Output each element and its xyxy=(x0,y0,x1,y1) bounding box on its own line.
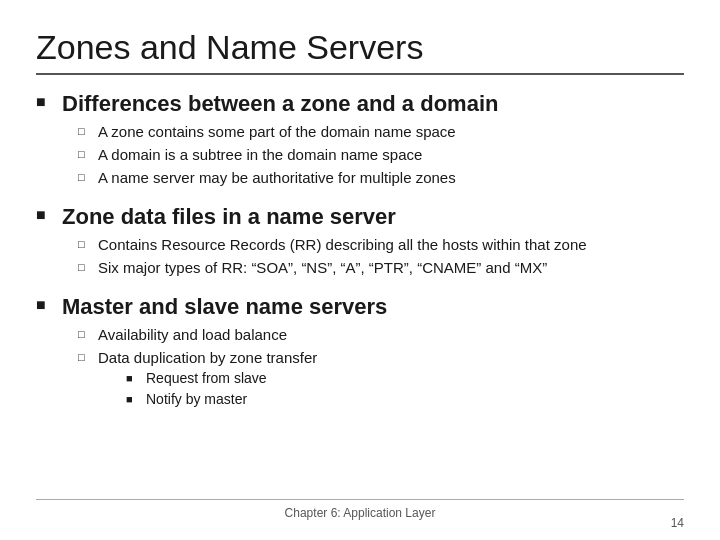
main-bullet-icon-2: ■ xyxy=(36,206,52,224)
sub-sub-bullet-text-3-2-1: Request from slave xyxy=(146,369,267,389)
footer-page-number: 14 xyxy=(671,516,684,530)
sub-bullet-1-3: □ A name server may be authoritative for… xyxy=(78,167,684,188)
slide: Zones and Name Servers ■ Differences bet… xyxy=(0,0,720,540)
sub-bullet-icon-1-1: □ xyxy=(78,125,90,137)
sub-sub-bullet-3-2-1: ■ Request from slave xyxy=(126,369,317,389)
sub-bullet-icon-3-2: □ xyxy=(78,351,90,363)
main-bullet-1: ■ Differences between a zone and a domai… xyxy=(36,91,684,117)
main-bullet-icon-3: ■ xyxy=(36,296,52,314)
section-3: ■ Master and slave name servers □ Availa… xyxy=(36,294,684,412)
sub-bullet-icon-2-2: □ xyxy=(78,261,90,273)
sub-bullet-3-1: □ Availability and load balance xyxy=(78,324,684,345)
slide-footer: Chapter 6: Application Layer xyxy=(36,499,684,520)
sub-bullet-text-2-2: Six major types of RR: “SOA”, “NS”, “A”,… xyxy=(98,257,547,278)
sub-bullet-icon-1-3: □ xyxy=(78,171,90,183)
sub-bullet-text-1-2: A domain is a subtree in the domain name… xyxy=(98,144,422,165)
sub-bullet-icon-1-2: □ xyxy=(78,148,90,160)
sub-sub-bullets-3-2: ■ Request from slave ■ Notify by master xyxy=(98,369,317,410)
slide-content: ■ Differences between a zone and a domai… xyxy=(36,91,684,491)
sub-bullet-1-2: □ A domain is a subtree in the domain na… xyxy=(78,144,684,165)
main-bullet-3: ■ Master and slave name servers xyxy=(36,294,684,320)
sub-sub-bullet-icon-3-2-2: ■ xyxy=(126,393,138,405)
sub-bullet-3-2: □ Data duplication by zone transfer ■ Re… xyxy=(78,347,684,410)
section-2: ■ Zone data files in a name server □ Con… xyxy=(36,204,684,280)
sub-bullet-2-2: □ Six major types of RR: “SOA”, “NS”, “A… xyxy=(78,257,684,278)
sub-bullet-2-1: □ Contains Resource Records (RR) describ… xyxy=(78,234,684,255)
main-bullet-text-1: Differences between a zone and a domain xyxy=(62,91,498,117)
section-1: ■ Differences between a zone and a domai… xyxy=(36,91,684,190)
sub-bullet-text-3-2: Data duplication by zone transfer xyxy=(98,347,317,368)
sub-bullets-2: □ Contains Resource Records (RR) describ… xyxy=(36,234,684,278)
sub-bullets-1: □ A zone contains some part of the domai… xyxy=(36,121,684,188)
sub-bullet-text-1-1: A zone contains some part of the domain … xyxy=(98,121,456,142)
sub-sub-bullet-text-3-2-2: Notify by master xyxy=(146,390,247,410)
sub-sub-bullet-3-2-2: ■ Notify by master xyxy=(126,390,317,410)
footer-center-text: Chapter 6: Application Layer xyxy=(36,506,684,520)
main-bullet-icon-1: ■ xyxy=(36,93,52,111)
sub-bullet-icon-2-1: □ xyxy=(78,238,90,250)
sub-bullet-1-1: □ A zone contains some part of the domai… xyxy=(78,121,684,142)
sub-bullet-text-3-1: Availability and load balance xyxy=(98,324,287,345)
main-bullet-2: ■ Zone data files in a name server xyxy=(36,204,684,230)
main-bullet-text-2: Zone data files in a name server xyxy=(62,204,396,230)
main-bullet-text-3: Master and slave name servers xyxy=(62,294,387,320)
sub-bullet-text-2-1: Contains Resource Records (RR) describin… xyxy=(98,234,587,255)
sub-bullet-text-1-3: A name server may be authoritative for m… xyxy=(98,167,456,188)
slide-title: Zones and Name Servers xyxy=(36,28,684,75)
sub-bullets-3: □ Availability and load balance □ Data d… xyxy=(36,324,684,410)
sub-bullet-icon-3-1: □ xyxy=(78,328,90,340)
sub-sub-bullet-icon-3-2-1: ■ xyxy=(126,372,138,384)
